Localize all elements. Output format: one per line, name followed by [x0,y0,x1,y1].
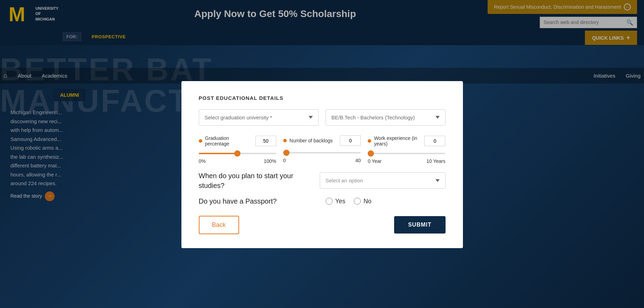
work-exp-slider-container [368,149,445,156]
backlogs-group: Number of backlogs 0 40 [283,135,361,163]
backlogs-input[interactable] [340,135,361,146]
work-exp-label: Work experience (in years) [374,135,422,147]
backlogs-slider-container [283,149,361,155]
submit-button[interactable]: SUBMIT [394,216,445,234]
work-exp-group: Work experience (in years) 0 Year 10 Yea… [368,135,445,164]
graduation-pct-range-labels: 0% 100% [199,158,276,164]
graduation-pct-min: 0% [199,158,206,164]
degree-select[interactable]: BE/B.Tech - Bachelors (Technology) [326,109,446,126]
passport-question: Do you have a Passport? [199,197,319,205]
modal-overlay: POST EDUCATIONAL DETAILS Select graduati… [0,0,644,308]
passport-yes-option[interactable]: Yes [326,198,345,205]
passport-no-option[interactable]: No [354,198,372,205]
backlogs-range-labels: 0 40 [283,158,361,163]
work-exp-range-labels: 0 Year 10 Years [368,158,445,164]
graduation-pct-label: Graduation percentage [205,135,253,147]
backlogs-label-row: Number of backlogs [283,135,361,146]
graduation-pct-slider-container [199,149,276,156]
work-exp-dot [368,139,371,143]
work-exp-min: 0 Year [368,158,382,164]
backlogs-dot [283,139,287,142]
graduation-pct-label-row: Graduation percentage [199,135,276,147]
passport-radio-group: Yes No [326,198,446,205]
passport-yes-label: Yes [335,198,345,205]
passport-no-radio[interactable] [354,198,361,205]
backlogs-label: Number of backlogs [290,138,333,143]
graduation-pct-input[interactable] [255,136,276,146]
section-title: POST EDUCATIONAL DETAILS [199,95,446,101]
start-option-select[interactable]: Select an option [320,172,446,189]
start-studies-row: When do you plan to start your studies? … [199,171,446,190]
back-button[interactable]: Back [199,216,239,234]
modal-dialog: POST EDUCATIONAL DETAILS Select graduati… [181,81,463,248]
graduation-pct-max: 100% [264,158,276,164]
work-exp-slider[interactable] [368,153,445,154]
backlogs-max: 40 [356,158,361,163]
sliders-row: Graduation percentage 0% 100% Number of … [199,135,446,164]
work-exp-max: 10 Years [426,158,446,164]
passport-yes-radio[interactable] [326,198,333,205]
graduation-dot [199,139,202,143]
backlogs-min: 0 [283,158,286,163]
btn-row: Back SUBMIT [199,216,446,234]
backlogs-slider[interactable] [283,152,361,153]
graduation-pct-slider[interactable] [199,153,276,154]
work-exp-input[interactable] [424,136,445,146]
graduation-pct-group: Graduation percentage 0% 100% [199,135,276,164]
form-row-university: Select graduation university * BE/B.Tech… [199,109,446,126]
passport-no-label: No [364,198,372,205]
start-studies-question: When do you plan to start your studies? [199,171,313,190]
graduation-university-select[interactable]: Select graduation university * [199,109,319,126]
work-exp-label-row: Work experience (in years) [368,135,445,147]
passport-row: Do you have a Passport? Yes No [199,197,446,205]
